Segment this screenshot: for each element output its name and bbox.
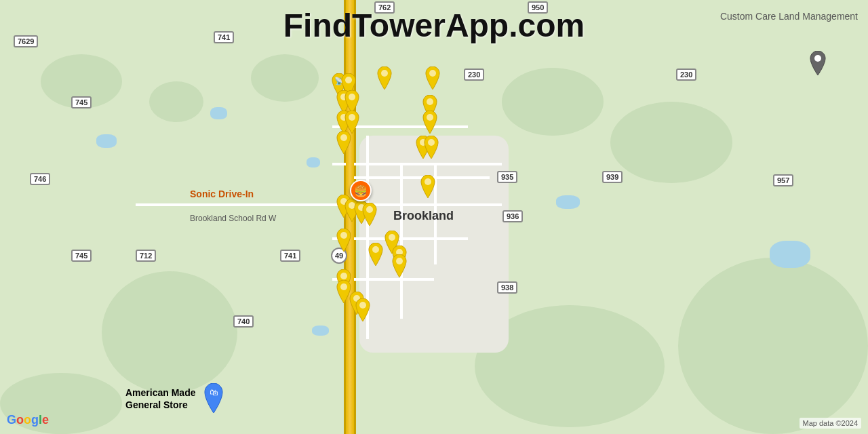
svg-text:🛍: 🛍 xyxy=(210,387,218,397)
water-body xyxy=(312,326,329,336)
road-badge-740: 740 xyxy=(233,315,254,328)
road-badge-938: 938 xyxy=(497,281,517,294)
road-badge-936: 936 xyxy=(502,210,523,222)
terrain-patch xyxy=(678,258,868,434)
local-road xyxy=(136,203,346,206)
map-container: 762 950 7629 741 745 230 230 746 935 939… xyxy=(0,0,868,434)
tower-marker[interactable] xyxy=(334,229,353,252)
svg-point-22 xyxy=(396,258,403,264)
american-made-label: American MadeGeneral Store xyxy=(125,387,195,411)
road-badge-939: 939 xyxy=(602,171,623,183)
svg-point-6 xyxy=(427,98,433,105)
svg-point-5 xyxy=(349,94,355,100)
terrain-patch xyxy=(251,54,319,102)
svg-point-3 xyxy=(429,70,436,77)
svg-point-13 xyxy=(425,178,431,185)
svg-point-2 xyxy=(381,70,388,77)
svg-point-19 xyxy=(389,234,395,241)
svg-point-17 xyxy=(366,206,373,213)
local-road xyxy=(332,163,502,165)
tower-marker[interactable] xyxy=(420,111,439,134)
american-made-area: American MadeGeneral Store 🛍 xyxy=(125,387,195,411)
school-road-label: Brookland School Rd W xyxy=(190,214,276,223)
google-logo: Google xyxy=(7,413,49,427)
tower-marker[interactable] xyxy=(334,131,353,154)
road-badge-935: 935 xyxy=(497,171,517,183)
svg-point-18 xyxy=(340,232,347,239)
road-badge-741-bot: 741 xyxy=(280,250,300,262)
tower-marker[interactable] xyxy=(353,298,372,321)
svg-point-12 xyxy=(428,139,435,146)
custom-care-pin[interactable] xyxy=(808,51,827,78)
water-body xyxy=(770,241,810,268)
svg-point-10 xyxy=(340,134,347,141)
american-made-pin[interactable]: 🛍 xyxy=(201,383,226,413)
google-letter-g2: g xyxy=(31,413,39,427)
map-attribution: Map data ©2024 xyxy=(800,418,862,429)
svg-point-1 xyxy=(345,77,352,83)
custom-care-label: Custom Care Land Management xyxy=(720,10,858,22)
tower-marker[interactable] xyxy=(422,136,441,159)
water-body xyxy=(96,134,117,148)
svg-point-9 xyxy=(427,114,433,121)
google-letter-g: G xyxy=(7,413,16,427)
brookland-city-label: Brookland xyxy=(393,209,454,223)
tower-marker[interactable] xyxy=(342,90,361,113)
terrain-patch xyxy=(610,102,732,183)
tower-marker[interactable] xyxy=(366,243,385,266)
water-body xyxy=(210,107,227,119)
road-badge-957: 957 xyxy=(773,174,793,186)
water-body xyxy=(556,195,580,209)
water-body xyxy=(307,157,320,167)
site-title[interactable]: FindTowerApp.com xyxy=(283,7,585,44)
tower-marker[interactable] xyxy=(390,254,409,277)
google-letter-e: e xyxy=(42,413,49,427)
tower-marker[interactable] xyxy=(423,66,442,90)
road-badge-745-bot: 745 xyxy=(71,250,92,262)
tower-marker[interactable] xyxy=(360,203,379,226)
road-badge-746: 746 xyxy=(30,173,50,185)
terrain-patch xyxy=(149,81,203,122)
svg-point-26 xyxy=(359,302,366,309)
google-letter-o2: o xyxy=(24,413,31,427)
road-badge-745-top: 745 xyxy=(71,96,92,108)
road-badge-712: 712 xyxy=(136,250,156,262)
google-letter-o1: o xyxy=(16,413,24,427)
tower-marker[interactable] xyxy=(342,111,361,134)
svg-point-24 xyxy=(340,283,347,290)
svg-point-23 xyxy=(340,273,347,279)
svg-point-20 xyxy=(372,246,379,253)
road-badge-7629: 7629 xyxy=(14,35,38,47)
tower-marker[interactable] xyxy=(375,66,394,90)
terrain-patch xyxy=(102,271,237,393)
svg-point-8 xyxy=(349,114,355,121)
sonic-icon[interactable]: 🍔 xyxy=(350,180,372,201)
svg-point-28 xyxy=(814,55,821,62)
road-badge-230-left: 230 xyxy=(464,68,484,81)
tower-marker[interactable] xyxy=(418,175,437,198)
terrain-patch xyxy=(502,68,604,136)
sonic-label: Sonic Drive-In xyxy=(190,189,254,199)
road-badge-230-right: 230 xyxy=(676,68,696,81)
road-badge-741-top: 741 xyxy=(214,31,234,43)
